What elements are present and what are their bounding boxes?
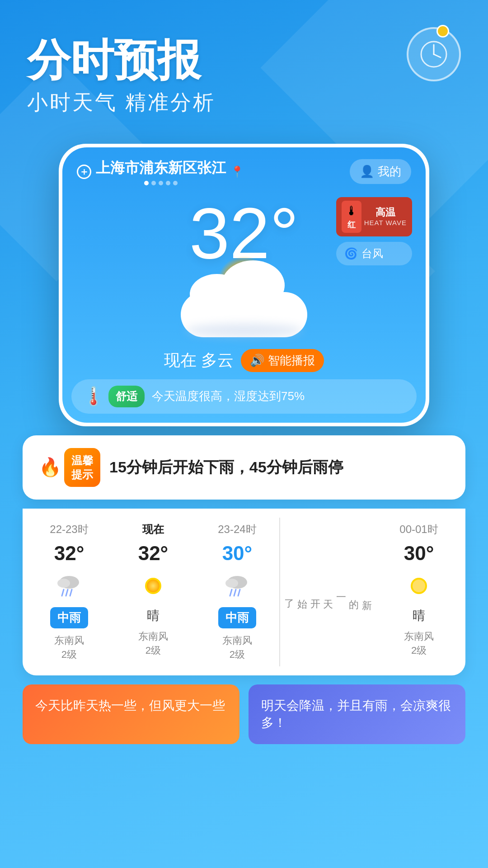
wind-0001: 东南风2级 — [404, 630, 434, 658]
typhoon-badge[interactable]: 🌀 台风 — [336, 242, 412, 265]
add-location-icon[interactable]: ＋ — [77, 165, 91, 179]
bottom-card-today-text: 今天比昨天热一些，但风更大一些 — [35, 697, 227, 714]
location-dots — [96, 181, 226, 185]
svg-line-2 — [434, 54, 441, 57]
broadcast-label: 智能播报 — [268, 353, 315, 368]
condition-now: 晴 — [147, 607, 160, 624]
weather-badges: 🌡 红 高温 HEAT WAVE 🌀 台风 — [336, 197, 412, 265]
app-title: 分时预报 — [27, 36, 461, 84]
hour-col-now: 现在 32° 晴 东南风2级 — [111, 518, 195, 666]
dot-4 — [166, 181, 170, 185]
dot-1 — [144, 181, 149, 185]
hour-temp-0001: 30° — [404, 542, 434, 565]
hour-col-0001: 00-01时 30° 晴 东南风2级 — [377, 518, 461, 666]
weather-now-text: 现在 多云 — [164, 349, 234, 372]
typhoon-label: 台风 — [361, 246, 383, 261]
wind-now: 东南风2级 — [138, 630, 168, 658]
warning-text: 15分钟后开始下雨，45分钟后雨停 — [109, 457, 449, 478]
heat-sub-label: HEAT WAVE — [364, 219, 407, 226]
svg-line-14 — [238, 590, 240, 596]
wind-2223: 东南风2级 — [54, 634, 84, 662]
svg-line-7 — [70, 590, 72, 596]
warning-line2: 提示 — [71, 467, 93, 481]
user-icon: 👤 — [360, 165, 374, 179]
heat-badge-right: 高温 HEAT WAVE — [364, 207, 407, 226]
hour-temp-2324: 30° — [222, 542, 253, 565]
thermometer-icon: 🌡 — [345, 203, 358, 218]
current-weather-row: 现在 多云 🔊 智能播报 — [62, 342, 426, 379]
my-button[interactable]: 👤 我的 — [350, 159, 411, 184]
location-pin-icon: 📍 — [230, 165, 244, 178]
red-label: 红 — [347, 219, 356, 230]
dot-2 — [151, 181, 156, 185]
svg-point-16 — [413, 580, 425, 592]
svg-line-5 — [62, 590, 64, 596]
svg-point-4 — [57, 579, 70, 588]
thermometer-comfort-icon: 🌡️ — [82, 386, 105, 407]
comfort-indicator: 🌡️ 舒适 — [82, 386, 145, 407]
location-area[interactable]: ＋ 上海市浦东新区张江 📍 — [77, 158, 244, 185]
bottom-cards: 今天比昨天热一些，但风更大一些 明天会降温，并且有雨，会凉爽很多！ — [23, 684, 465, 744]
broadcast-button[interactable]: 🔊 智能播报 — [241, 349, 324, 372]
warning-card: 🔥 温馨 提示 15分钟后开始下雨，45分钟后雨停 — [23, 435, 465, 500]
typhoon-icon: 🌀 — [344, 247, 358, 260]
hour-col-2223: 22-23时 32° 中雨 东南风2级 — [27, 518, 111, 666]
app-subtitle: 小时天气 精准分析 — [27, 89, 461, 117]
hour-label-now: 现在 — [142, 522, 164, 537]
wind-2324: 东南风2级 — [222, 634, 252, 662]
svg-point-11 — [225, 579, 238, 588]
comfort-description: 今天温度很高，湿度达到75% — [152, 388, 305, 404]
sun-cloud-visual — [172, 256, 316, 337]
header-section: 分时预报 小时天气 精准分析 — [0, 0, 488, 135]
svg-line-12 — [230, 590, 232, 596]
bottom-card-tomorrow[interactable]: 明天会降温，并且有雨，会凉爽很多！ — [249, 684, 465, 744]
hour-col-newday: 新的一天开始了 — [279, 518, 377, 666]
phone-mockup: ＋ 上海市浦东新区张江 📍 👤 我的 — [59, 144, 429, 426]
heat-main-label: 高温 — [364, 207, 407, 218]
hour-icon-now — [137, 570, 169, 602]
hourly-grid: 22-23时 32° 中雨 东南风2级 现在 32° — [27, 518, 461, 666]
hour-label-2324: 23-24时 — [218, 522, 256, 537]
hour-temp-2223: 32° — [54, 542, 84, 565]
clock-icon — [407, 27, 461, 81]
phone-inner: ＋ 上海市浦东新区张江 📍 👤 我的 — [62, 147, 426, 423]
speaker-icon: 🔊 — [250, 354, 264, 368]
hour-label-2223: 22-23时 — [50, 522, 88, 537]
fire-icon: 🔥 — [39, 457, 61, 478]
hour-temp-now: 32° — [138, 542, 169, 565]
svg-line-6 — [66, 590, 68, 596]
bottom-card-tomorrow-text: 明天会降温，并且有雨，会凉爽很多！ — [261, 697, 453, 731]
heat-wave-badge[interactable]: 🌡 红 高温 HEAT WAVE — [336, 197, 412, 236]
clock-icon-container — [407, 27, 461, 81]
condition-0001: 晴 — [413, 607, 425, 624]
svg-line-13 — [234, 590, 236, 596]
dot-3 — [159, 181, 163, 185]
cloud-shadow — [185, 324, 303, 337]
warning-line1: 温馨 — [71, 453, 93, 467]
heat-badge-left: 🌡 红 — [342, 201, 361, 233]
bottom-card-today[interactable]: 今天比昨天热一些，但风更大一些 — [23, 684, 239, 744]
yellow-dot — [436, 25, 449, 38]
condition-badge-2223: 中雨 — [50, 607, 88, 628]
hour-icon-0001 — [403, 570, 435, 602]
comfort-bar: 🌡️ 舒适 今天温度很高，湿度达到75% — [71, 379, 417, 414]
hour-icon-2324 — [221, 570, 253, 602]
hour-col-2324: 23-24时 30° 中雨 东南风2级 — [195, 518, 279, 666]
hour-label-0001: 00-01时 — [399, 522, 438, 537]
warning-icon-group: 🔥 温馨 提示 — [39, 448, 100, 487]
location-name: 上海市浦东新区张江 — [96, 158, 226, 178]
hour-icon-2223 — [53, 570, 85, 602]
svg-point-9 — [147, 580, 160, 592]
condition-badge-2324: 中雨 — [218, 607, 256, 628]
dot-5 — [173, 181, 178, 185]
phone-topbar: ＋ 上海市浦东新区张江 📍 👤 我的 — [62, 147, 426, 193]
warning-badge: 温馨 提示 — [64, 448, 100, 487]
comfort-badge: 舒适 — [108, 386, 145, 407]
hourly-forecast-card: 22-23时 32° 中雨 东南风2级 现在 32° — [23, 509, 465, 675]
